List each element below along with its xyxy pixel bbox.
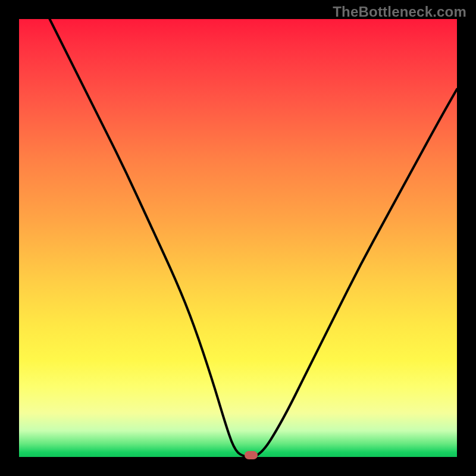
chart-frame: TheBottleneck.com bbox=[0, 0, 476, 476]
minimum-marker bbox=[245, 451, 258, 459]
watermark-text: TheBottleneck.com bbox=[333, 4, 466, 20]
bottleneck-curve bbox=[19, 19, 457, 457]
